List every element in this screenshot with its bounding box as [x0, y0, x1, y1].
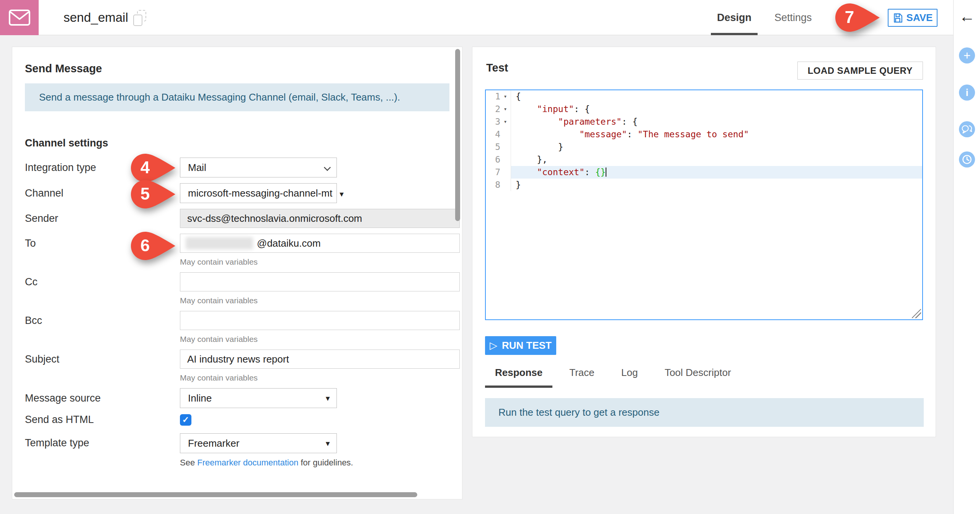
integration-type-select[interactable]: Mail: [180, 158, 337, 177]
line-number-gutter: 8: [486, 179, 511, 191]
cc-field[interactable]: [180, 272, 460, 291]
caret-down-icon: ▼: [324, 434, 331, 454]
description-banner: Send a message through a Dataiku Messagi…: [25, 83, 449, 111]
panel-title: Send Message: [25, 62, 462, 75]
line-number-gutter: 7: [486, 166, 511, 179]
send-as-html-label: Send as HTML: [25, 414, 180, 426]
fold-arrow-icon[interactable]: ▾: [500, 103, 510, 115]
line-number-gutter: 6: [486, 153, 511, 166]
tab-trace[interactable]: Trace: [559, 367, 604, 388]
history-icon[interactable]: [959, 151, 975, 168]
save-button[interactable]: SAVE: [888, 9, 938, 27]
bcc-field[interactable]: [180, 311, 460, 330]
chevron-down-icon: [324, 164, 331, 171]
sender-row: Sender: [25, 209, 461, 228]
code-line[interactable]: 1▾{: [486, 90, 922, 103]
code-line[interactable]: 6 },: [486, 153, 922, 166]
channel-select[interactable]: microsoft-messaging-channel-mt ▼: [180, 183, 337, 203]
freemarker-doc-link[interactable]: Freemarker documentation: [197, 458, 298, 467]
code-line[interactable]: 7 "context": {}: [486, 166, 922, 179]
message-source-row: Message source Inline ▼: [25, 388, 461, 408]
resize-handle-icon[interactable]: [912, 309, 921, 318]
test-query-editor[interactable]: 1▾{2▾ "input": {3▾ "parameters": {4 "mes…: [485, 89, 923, 320]
sender-label: Sender: [25, 213, 180, 224]
line-number-gutter: 3▾: [486, 115, 511, 128]
integration-type-label: Integration type: [25, 162, 180, 174]
tab-response[interactable]: Response: [485, 367, 552, 388]
app-header: send_email Design Settings SAVE: [0, 0, 953, 35]
code-line-text: "parameters": {: [511, 115, 922, 128]
response-placeholder-banner: Run the test query to get a response: [485, 398, 924, 427]
tab-design[interactable]: Design: [706, 0, 763, 35]
cc-helper: May contain variables: [180, 296, 460, 305]
fold-spacer: [500, 153, 510, 166]
send-as-html-row: Send as HTML ✓: [25, 414, 461, 426]
template-type-label: Template type: [25, 433, 180, 449]
header-tabs: Design Settings: [706, 0, 823, 35]
bcc-label: Bcc: [25, 311, 180, 327]
add-icon[interactable]: +: [959, 47, 975, 63]
cc-label: Cc: [25, 272, 180, 288]
caret-down-icon: ▼: [338, 190, 345, 198]
play-icon: ▷: [490, 340, 497, 351]
vertical-scrollbar[interactable]: [455, 49, 460, 221]
redacted-recipient: [186, 237, 253, 249]
tab-tool-descriptor[interactable]: Tool Descriptor: [655, 367, 741, 388]
bcc-row: Bcc May contain variables: [25, 311, 461, 344]
message-source-label: Message source: [25, 392, 180, 404]
channel-label: Channel: [25, 187, 180, 199]
code-line-text: "context": {}: [511, 166, 922, 179]
right-toolbar: ← + i: [953, 0, 980, 514]
code-line[interactable]: 2▾ "input": {: [486, 103, 922, 115]
test-title: Test: [486, 62, 508, 74]
subject-row: Subject May contain variables: [25, 350, 461, 382]
code-line[interactable]: 5 }: [486, 141, 922, 153]
line-number-gutter: 2▾: [486, 103, 511, 115]
section-title: Channel settings: [25, 137, 462, 149]
fold-arrow-icon[interactable]: ▾: [500, 115, 510, 128]
message-source-select[interactable]: Inline ▼: [180, 388, 337, 408]
subject-field[interactable]: [180, 350, 460, 369]
code-line[interactable]: 4 "message": "The message to send": [486, 128, 922, 141]
fold-arrow-icon[interactable]: ▾: [500, 90, 510, 103]
subject-helper: May contain variables: [180, 373, 460, 382]
line-number-gutter: 1▾: [486, 90, 511, 103]
cc-row: Cc May contain variables: [25, 272, 461, 305]
to-field[interactable]: @dataiku.com: [180, 234, 460, 253]
to-label: To: [25, 234, 180, 249]
run-test-button[interactable]: ▷ RUN TEST: [485, 336, 556, 355]
channel-row: Channel microsoft-messaging-channel-mt ▼: [25, 183, 461, 203]
email-tool-icon: [0, 0, 39, 35]
fold-spacer: [500, 166, 510, 179]
code-line-text: },: [511, 153, 922, 166]
text-cursor: [606, 168, 606, 177]
integration-type-row: Integration type Mail: [25, 158, 461, 177]
template-type-row: Template type Freemarker ▼ See Freemarke…: [25, 433, 461, 468]
code-line-text: }: [511, 179, 922, 191]
load-sample-query-button[interactable]: LOAD SAMPLE QUERY: [797, 62, 923, 80]
code-line-text: "input": {: [511, 103, 922, 115]
code-line[interactable]: 8}: [486, 179, 922, 191]
sender-field: [180, 209, 460, 228]
horizontal-scrollbar[interactable]: [14, 492, 417, 497]
line-number-gutter: 5: [486, 141, 511, 153]
code-line-text: {: [511, 90, 922, 103]
code-line[interactable]: 3▾ "parameters": {: [486, 115, 922, 128]
fold-spacer: [500, 179, 510, 191]
back-arrow-icon[interactable]: ←: [954, 8, 980, 24]
send-as-html-checkbox[interactable]: ✓: [180, 414, 191, 426]
info-icon[interactable]: i: [959, 85, 975, 101]
send-message-panel: Send Message Send a message through a Da…: [12, 47, 462, 499]
fold-spacer: [500, 141, 510, 153]
envelope-icon: [8, 9, 31, 26]
template-type-select[interactable]: Freemarker ▼: [180, 433, 337, 453]
fold-spacer: [500, 128, 510, 141]
tab-settings[interactable]: Settings: [763, 0, 823, 35]
floppy-disk-icon: [893, 13, 903, 23]
line-number-gutter: 4: [486, 128, 511, 141]
test-panel: Test LOAD SAMPLE QUERY 1▾{2▾ "input": {3…: [472, 47, 936, 437]
channel-settings-form: Integration type Mail Channel microsoft-…: [25, 158, 461, 468]
tab-log[interactable]: Log: [611, 367, 648, 388]
copy-icon[interactable]: [133, 10, 146, 26]
chat-icon[interactable]: [959, 121, 975, 137]
